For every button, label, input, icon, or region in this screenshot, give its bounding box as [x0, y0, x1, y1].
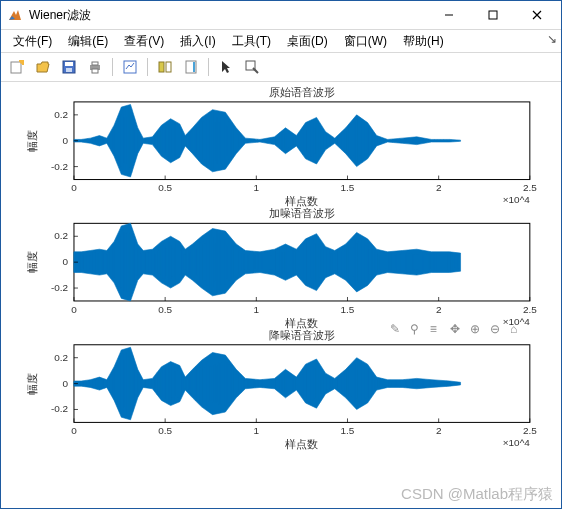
- x-scale-label: ×10^4: [503, 194, 531, 205]
- pointer-button[interactable]: [214, 55, 238, 79]
- save-button[interactable]: [57, 55, 81, 79]
- matlab-icon: [7, 7, 23, 23]
- zoom-out-icon[interactable]: ⊖: [490, 322, 500, 336]
- brush-icon[interactable]: ✎: [390, 322, 400, 336]
- x-axis-label: 样点数: [285, 317, 318, 329]
- menu-help[interactable]: 帮助(H): [395, 31, 452, 52]
- x-tick-label: 0.5: [158, 304, 172, 315]
- svg-rect-11: [166, 62, 171, 72]
- x-tick-label: 1.5: [341, 182, 355, 193]
- svg-rect-9: [124, 61, 136, 73]
- y-axis-label: 幅度: [26, 251, 38, 273]
- toolbar-separator: [112, 58, 113, 76]
- inspect-button[interactable]: [240, 55, 264, 79]
- x-tick-label: 0: [71, 182, 77, 193]
- menu-insert[interactable]: 插入(I): [172, 31, 223, 52]
- menu-tools[interactable]: 工具(T): [224, 31, 279, 52]
- svg-point-2: [20, 60, 24, 64]
- subplot-3: 降噪语音波形00.511.522.5-0.200.2×10^4样点数幅度✎⚲≡✥…: [26, 322, 537, 450]
- x-tick-label: 2: [436, 182, 442, 193]
- toolbar-separator: [208, 58, 209, 76]
- y-tick-label: -0.2: [51, 282, 69, 293]
- x-axis-label: 样点数: [285, 195, 318, 207]
- minimize-button[interactable]: [427, 1, 471, 29]
- x-tick-label: 1: [254, 304, 260, 315]
- x-scale-label: ×10^4: [503, 437, 531, 448]
- y-tick-label: 0.2: [54, 352, 68, 363]
- x-tick-label: 0.5: [158, 425, 172, 436]
- menubar: 文件(F) 编辑(E) 查看(V) 插入(I) 工具(T) 桌面(D) 窗口(W…: [1, 30, 561, 53]
- data-cursor-button[interactable]: [118, 55, 142, 79]
- colorbar-button[interactable]: [179, 55, 203, 79]
- x-tick-label: 1: [254, 425, 260, 436]
- pin-icon[interactable]: ⚲: [410, 322, 419, 336]
- svg-rect-1: [11, 62, 21, 73]
- y-tick-label: 0: [62, 378, 68, 389]
- pan-icon[interactable]: ✥: [450, 322, 460, 336]
- toolbar-separator: [147, 58, 148, 76]
- figure-canvas: 原始语音波形00.511.522.5-0.200.2×10^4样点数幅度加噪语音…: [1, 82, 561, 508]
- subplot-2: 加噪语音波形00.511.522.5-0.200.2×10^4样点数幅度: [26, 207, 537, 328]
- x-tick-label: 1: [254, 182, 260, 193]
- svg-rect-13: [193, 62, 195, 72]
- subplot-title: 原始语音波形: [269, 86, 335, 98]
- svg-rect-4: [65, 62, 73, 66]
- x-tick-label: 2.5: [523, 182, 537, 193]
- open-button[interactable]: [31, 55, 55, 79]
- menu-desktop[interactable]: 桌面(D): [279, 31, 336, 52]
- x-tick-label: 1.5: [341, 304, 355, 315]
- close-button[interactable]: [515, 1, 559, 29]
- menu-file[interactable]: 文件(F): [5, 31, 60, 52]
- x-tick-label: 2: [436, 304, 442, 315]
- figure-window: Wiener滤波 文件(F) 编辑(E) 查看(V) 插入(I) 工具(T) 桌…: [0, 0, 562, 509]
- y-tick-label: 0: [62, 256, 68, 267]
- menu-edit[interactable]: 编辑(E): [60, 31, 116, 52]
- window-buttons: [427, 1, 559, 29]
- window-title: Wiener滤波: [29, 7, 427, 24]
- x-tick-label: 0: [71, 304, 77, 315]
- x-axis-label: 样点数: [285, 438, 318, 450]
- x-tick-label: 2.5: [523, 304, 537, 315]
- x-tick-label: 0.5: [158, 182, 172, 193]
- y-axis-label: 幅度: [26, 130, 38, 152]
- y-axis-label: 幅度: [26, 373, 38, 395]
- menu-overflow-icon[interactable]: ↘: [547, 32, 557, 46]
- toolbar: [1, 53, 561, 82]
- data-tips-icon[interactable]: ≡: [430, 322, 437, 336]
- home-icon[interactable]: ⌂: [510, 322, 517, 336]
- svg-rect-8: [92, 69, 98, 73]
- link-axes-button[interactable]: [153, 55, 177, 79]
- menu-view[interactable]: 查看(V): [116, 31, 172, 52]
- zoom-in-icon[interactable]: ⊕: [470, 322, 480, 336]
- x-tick-label: 0: [71, 425, 77, 436]
- svg-rect-10: [159, 62, 164, 72]
- y-tick-label: -0.2: [51, 403, 69, 414]
- svg-rect-0: [489, 11, 497, 19]
- y-tick-label: 0.2: [54, 230, 68, 241]
- figure-svg: 原始语音波形00.511.522.5-0.200.2×10^4样点数幅度加噪语音…: [1, 82, 561, 508]
- subplot-1: 原始语音波形00.511.522.5-0.200.2×10^4样点数幅度: [26, 86, 537, 207]
- svg-rect-5: [66, 68, 72, 72]
- y-tick-label: 0.2: [54, 109, 68, 120]
- x-tick-label: 1.5: [341, 425, 355, 436]
- y-tick-label: 0: [62, 135, 68, 146]
- y-tick-label: -0.2: [51, 161, 69, 172]
- axes-toolbar: ✎⚲≡✥⊕⊖⌂: [390, 322, 517, 336]
- print-button[interactable]: [83, 55, 107, 79]
- new-figure-button[interactable]: [5, 55, 29, 79]
- svg-rect-7: [92, 62, 98, 65]
- subplot-title: 加噪语音波形: [269, 207, 335, 219]
- x-tick-label: 2: [436, 425, 442, 436]
- menu-window[interactable]: 窗口(W): [336, 31, 395, 52]
- x-tick-label: 2.5: [523, 425, 537, 436]
- maximize-button[interactable]: [471, 1, 515, 29]
- titlebar: Wiener滤波: [1, 1, 561, 30]
- subplot-title: 降噪语音波形: [269, 329, 335, 341]
